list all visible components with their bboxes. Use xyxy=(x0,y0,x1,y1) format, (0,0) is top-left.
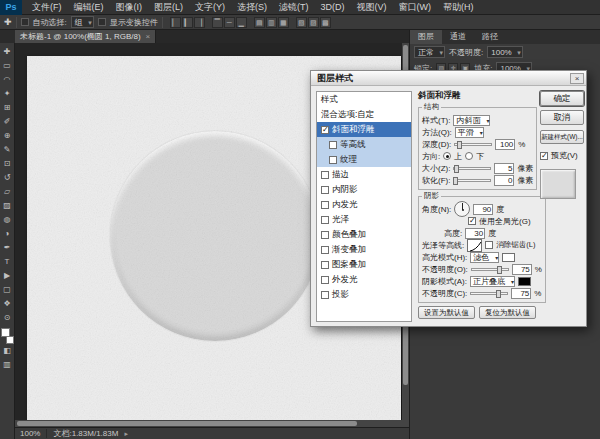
reset-default-button[interactable]: 复位为默认值 xyxy=(479,306,536,319)
depth-slider-thumb[interactable] xyxy=(457,141,462,149)
soften-value-field[interactable]: 0 xyxy=(494,175,514,186)
style-item-styles[interactable]: 样式 xyxy=(317,92,411,107)
style-item-blending-options[interactable]: 混合选项:自定 xyxy=(317,107,411,122)
horizontal-scrollbar-thumb[interactable] xyxy=(17,421,357,426)
lasso-tool-icon[interactable]: ◠ xyxy=(1,73,14,87)
clone-stamp-tool-icon[interactable]: ⊡ xyxy=(1,157,14,171)
shadow-mode-dropdown[interactable]: 正片叠底▾ xyxy=(470,276,515,287)
style-item-inner-glow[interactable]: 内发光 xyxy=(317,197,411,212)
menu-window[interactable]: 窗口(W) xyxy=(393,0,438,15)
technique-dropdown[interactable]: 平滑▾ xyxy=(455,127,484,138)
menu-layer[interactable]: 图层(L) xyxy=(148,0,189,15)
tab-channels[interactable]: 通道 xyxy=(442,30,474,44)
checkbox-icon[interactable] xyxy=(321,171,329,179)
auto-select-checkbox[interactable] xyxy=(21,18,29,26)
style-item-color-overlay[interactable]: 颜色叠加 xyxy=(317,227,411,242)
ok-button[interactable]: 确定 xyxy=(540,91,584,106)
menu-filter[interactable]: 滤镜(T) xyxy=(273,0,315,15)
distribute-icon[interactable]: ▨ xyxy=(308,17,319,28)
checkbox-icon[interactable] xyxy=(321,231,329,239)
align-right-icon[interactable]: ▕ xyxy=(194,17,205,28)
menu-file[interactable]: 文件(F) xyxy=(26,0,68,15)
depth-slider[interactable] xyxy=(454,140,492,149)
zoom-level-field[interactable]: 100% xyxy=(20,429,47,438)
direction-down-radio[interactable] xyxy=(465,152,473,160)
style-item-satin[interactable]: 光泽 xyxy=(317,212,411,227)
brush-tool-icon[interactable]: ✎ xyxy=(1,143,14,157)
gradient-tool-icon[interactable]: ▨ xyxy=(1,199,14,213)
menu-select[interactable]: 选择(S) xyxy=(231,0,273,15)
screen-mode-icon[interactable]: ▥ xyxy=(1,358,14,372)
pen-tool-icon[interactable]: ✒ xyxy=(1,241,14,255)
auto-select-dropdown[interactable]: 组▾ xyxy=(71,16,94,28)
foreground-color-swatch[interactable] xyxy=(1,328,10,337)
highlight-opacity-thumb[interactable] xyxy=(497,266,502,274)
antialias-checkbox[interactable] xyxy=(485,241,493,249)
align-vmiddle-icon[interactable]: ─ xyxy=(224,17,235,28)
distribute-icon[interactable]: ▥ xyxy=(266,17,277,28)
type-tool-icon[interactable]: T xyxy=(1,255,14,269)
menu-edit[interactable]: 编辑(E) xyxy=(68,0,110,15)
global-light-checkbox[interactable] xyxy=(468,217,476,225)
align-hcenter-icon[interactable]: ▎ xyxy=(182,17,193,28)
tab-layers[interactable]: 图层 xyxy=(410,30,442,44)
menu-view[interactable]: 视图(V) xyxy=(351,0,393,15)
highlight-opacity-slider[interactable] xyxy=(471,265,509,274)
direction-up-radio[interactable] xyxy=(443,152,451,160)
style-item-bevel-emboss[interactable]: 斜面和浮雕 xyxy=(317,122,411,137)
blur-tool-icon[interactable]: ◍ xyxy=(1,213,14,227)
align-left-icon[interactable]: ▏ xyxy=(170,17,181,28)
document-tab[interactable]: 未标题-1 @ 100%(椭圆 1, RGB/8) × xyxy=(15,30,156,43)
dodge-tool-icon[interactable]: ◑ xyxy=(1,227,14,241)
document-size-info[interactable]: 文档:1.83M/1.83M xyxy=(53,428,118,439)
checkbox-icon[interactable] xyxy=(329,156,337,164)
close-tab-icon[interactable]: × xyxy=(146,30,151,43)
menu-3d[interactable]: 3D(D) xyxy=(315,0,351,15)
distribute-icon[interactable]: ▧ xyxy=(296,17,307,28)
style-item-outer-glow[interactable]: 外发光 xyxy=(317,272,411,287)
distribute-icon[interactable]: ▤ xyxy=(254,17,265,28)
menu-help[interactable]: 帮助(H) xyxy=(437,0,480,15)
soften-slider-thumb[interactable] xyxy=(453,177,458,185)
checkbox-icon[interactable] xyxy=(329,141,337,149)
zoom-tool-icon[interactable]: ⊙ xyxy=(1,311,14,325)
new-style-button[interactable]: 新建样式(W)... xyxy=(540,130,584,144)
opacity-dropdown[interactable]: 100%▾ xyxy=(487,46,522,58)
depth-value-field[interactable]: 100 xyxy=(495,139,515,150)
healing-brush-tool-icon[interactable]: ⊕ xyxy=(1,129,14,143)
set-default-button[interactable]: 设置为默认值 xyxy=(418,306,475,319)
style-item-pattern-overlay[interactable]: 图案叠加 xyxy=(317,257,411,272)
align-bottom-icon[interactable]: ▁ xyxy=(236,17,247,28)
shadow-color-swatch[interactable] xyxy=(518,277,531,286)
quick-mask-icon[interactable]: ◧ xyxy=(1,344,14,358)
preview-checkbox[interactable] xyxy=(540,152,548,160)
shadow-opacity-field[interactable]: 75 xyxy=(511,288,531,299)
menu-type[interactable]: 文字(Y) xyxy=(189,0,231,15)
size-value-field[interactable]: 5 xyxy=(494,163,514,174)
eraser-tool-icon[interactable]: ▱ xyxy=(1,185,14,199)
style-item-stroke[interactable]: 描边 xyxy=(317,167,411,182)
checkbox-icon[interactable] xyxy=(321,126,329,134)
align-top-icon[interactable]: ▔ xyxy=(212,17,223,28)
close-icon[interactable]: × xyxy=(570,73,584,84)
bevel-style-dropdown[interactable]: 内斜面▾ xyxy=(453,115,490,126)
history-brush-tool-icon[interactable]: ↺ xyxy=(1,171,14,185)
checkbox-icon[interactable] xyxy=(321,216,329,224)
size-slider[interactable] xyxy=(453,164,491,173)
crop-tool-icon[interactable]: ⊞ xyxy=(1,101,14,115)
style-item-inner-shadow[interactable]: 内阴影 xyxy=(317,182,411,197)
highlight-opacity-field[interactable]: 75 xyxy=(512,264,532,275)
style-item-drop-shadow[interactable]: 投影 xyxy=(317,287,411,302)
shape-tool-icon[interactable]: ▢ xyxy=(1,283,14,297)
checkbox-icon[interactable] xyxy=(321,201,329,209)
show-transform-checkbox[interactable] xyxy=(98,18,106,26)
checkbox-icon[interactable] xyxy=(321,276,329,284)
quick-selection-tool-icon[interactable]: ✦ xyxy=(1,87,14,101)
eyedropper-tool-icon[interactable]: ✐ xyxy=(1,115,14,129)
gloss-contour-picker[interactable] xyxy=(467,239,482,252)
altitude-value-field[interactable]: 30 xyxy=(465,228,485,239)
distribute-icon[interactable]: ▦ xyxy=(278,17,289,28)
horizontal-scrollbar[interactable] xyxy=(15,420,402,427)
distribute-icon[interactable]: ▩ xyxy=(320,17,331,28)
tab-paths[interactable]: 路径 xyxy=(474,30,506,44)
